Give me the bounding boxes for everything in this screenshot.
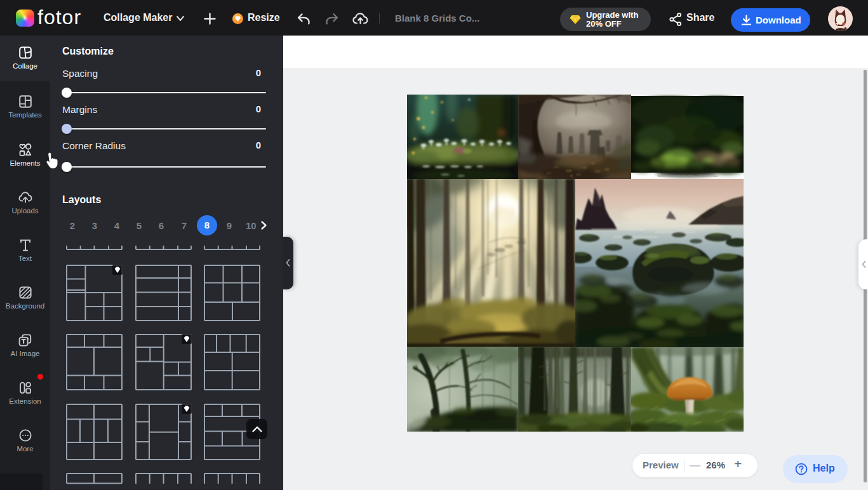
svg-text:www.shutterstock.com · 2313045: www.shutterstock.com · 2313045432 (657, 174, 718, 178)
